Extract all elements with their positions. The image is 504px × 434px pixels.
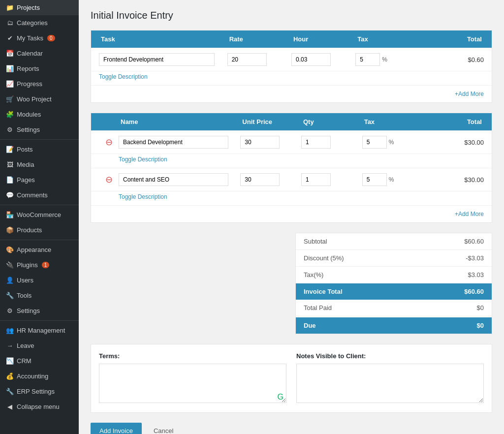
sidebar-item-hr-management[interactable]: 👥 HR Management [0, 323, 79, 338]
sidebar-label-categories: Categories [17, 19, 48, 27]
product-qty-input-0[interactable] [301, 136, 331, 149]
projects-icon: 📁 [6, 4, 14, 11]
sidebar-item-settings[interactable]: ⚙ Settings [0, 303, 79, 318]
sidebar-item-accounting[interactable]: 💰 Accounting [0, 369, 79, 384]
sidebar-label-settings: Settings [17, 307, 40, 314]
sidebar-item-projects[interactable]: 📁 Projects [0, 0, 79, 15]
sidebar-item-posts[interactable]: 📝 Posts [0, 142, 79, 157]
sidebar-item-appearance[interactable]: 🎨 Appearance [0, 242, 79, 257]
sidebar-label-posts: Posts [17, 146, 33, 153]
terms-notes-section: Terms: G Notes Visible to Client: [91, 344, 492, 413]
sidebar-item-erp-settings[interactable]: 🔧 ERP Settings [0, 384, 79, 399]
product-add-more-link[interactable]: +Add More [455, 211, 484, 217]
task-toggle-desc-0[interactable]: Toggle Description [99, 73, 227, 80]
sidebar-label-comments: Comments [17, 191, 48, 199]
product-tax-cell-0: % [362, 136, 423, 149]
product-tax-input-1[interactable] [362, 173, 387, 186]
unit-price-col-header: Unit Price [240, 118, 301, 125]
subtotal-row: Subtotal $60.60 [296, 233, 492, 250]
main-content: Initial Invoice Entry Task Rate Hour Tax… [79, 0, 504, 434]
product-name-input-0[interactable] [119, 136, 228, 149]
crm-icon: 📉 [6, 357, 14, 365]
sidebar-label-appearance: Appearance [17, 246, 51, 253]
subtotal-value: $60.60 [464, 238, 484, 245]
sidebar-item-collapse[interactable]: ◀ Collapse menu [0, 399, 79, 414]
task-row-0: % $0.60 [91, 48, 492, 71]
sidebar-item-plugins[interactable]: 🔌 Plugins 1 [0, 257, 79, 273]
add-invoice-button[interactable]: Add Invoice [91, 423, 142, 434]
sidebar-item-my-tasks[interactable]: ✔ My Tasks 0 [0, 31, 79, 46]
sidebar-item-media[interactable]: 🖼 Media [0, 157, 79, 172]
sidebar-item-settings-woo[interactable]: ⚙ Settings [0, 122, 79, 137]
sidebar-item-categories[interactable]: 🗂 Categories [0, 15, 79, 31]
hour-col-header: Hour [291, 35, 355, 43]
cancel-button[interactable]: Cancel [147, 423, 180, 434]
product-tax-symbol-0: % [389, 139, 394, 146]
sidebar-label-erp-settings: ERP Settings [17, 388, 55, 395]
sidebar-label-projects: Projects [17, 4, 40, 11]
sidebar-item-crm[interactable]: 📉 CRM [0, 353, 79, 369]
product-qty-input-1[interactable] [301, 173, 331, 186]
sidebar-item-tools[interactable]: 🔧 Tools [0, 288, 79, 303]
remove-product-btn-1[interactable]: ⊖ [99, 175, 119, 184]
sidebar-item-calendar[interactable]: 📅 Calendar [0, 46, 79, 61]
product-toggle-desc-0[interactable]: Toggle Description [119, 156, 240, 163]
my-tasks-icon: ✔ [6, 34, 14, 42]
sidebar-item-pages[interactable]: 📄 Pages [0, 172, 79, 187]
sidebar-label-woo-project: Woo Project [17, 95, 52, 103]
sidebar-item-products[interactable]: 📦 Products [0, 222, 79, 238]
product-price-cell-1 [240, 173, 301, 186]
product-qty-cell-1 [301, 173, 362, 186]
terms-textarea-wrapper: G [99, 364, 286, 404]
sidebar-label-hr-management: HR Management [17, 327, 65, 334]
remove-product-btn-0[interactable]: ⊖ [99, 138, 119, 147]
discount-row: Discount (5%) -$3.03 [296, 250, 492, 267]
total-paid-label: Total Paid [304, 304, 332, 311]
task-tax-input-0[interactable] [355, 53, 380, 66]
posts-icon: 📝 [6, 146, 14, 153]
task-rate-cell-0 [227, 53, 291, 66]
woocommerce-icon: 🏪 [6, 211, 14, 218]
progress-icon: 📈 [6, 80, 14, 88]
erp-settings-icon: 🔧 [6, 388, 14, 395]
product-name-input-1[interactable] [119, 173, 228, 186]
sidebar-item-users[interactable]: 👤 Users [0, 273, 79, 288]
product-desc-row-1: Toggle Description [91, 191, 492, 205]
sidebar-label-collapse: Collapse menu [17, 403, 60, 410]
sidebar-item-woocommerce[interactable]: 🏪 WooCommerce [0, 207, 79, 222]
task-desc-row-0: Toggle Description [91, 71, 492, 85]
task-add-more-row: +Add More [91, 85, 492, 102]
product-price-cell-0 [240, 136, 301, 149]
media-icon: 🖼 [6, 161, 14, 168]
subtotal-label: Subtotal [304, 238, 327, 245]
product-tax-cell-1: % [362, 173, 423, 186]
sidebar-divider-4 [0, 320, 79, 321]
task-name-input-0[interactable] [99, 53, 215, 66]
task-table-header: Task Rate Hour Tax Total [91, 31, 492, 48]
product-tax-input-0[interactable] [362, 136, 387, 149]
task-add-more-link[interactable]: +Add More [455, 91, 484, 97]
product-toggle-desc-1[interactable]: Toggle Description [119, 193, 240, 200]
task-rate-input-0[interactable] [227, 53, 267, 66]
notes-textarea[interactable] [296, 364, 484, 403]
notes-textarea-wrapper [296, 364, 484, 404]
appearance-icon: 🎨 [6, 246, 14, 253]
sidebar-label-accounting: Accounting [17, 372, 48, 380]
product-price-input-1[interactable] [240, 173, 280, 186]
sidebar-item-leave[interactable]: → Leave [0, 338, 79, 353]
task-hour-input-0[interactable] [291, 53, 331, 66]
due-value: $0 [477, 322, 484, 329]
terms-label: Terms: [99, 352, 286, 360]
sidebar-item-modules[interactable]: 🧩 Modules [0, 107, 79, 122]
product-total-cell-1: $30.00 [423, 176, 484, 184]
sidebar-item-reports[interactable]: 📊 Reports [0, 61, 79, 76]
terms-textarea[interactable] [99, 364, 286, 403]
task-hour-cell-0 [291, 53, 355, 66]
settings-woo-icon: ⚙ [6, 126, 14, 133]
product-price-input-0[interactable] [240, 136, 280, 149]
discount-label: Discount (5%) [304, 254, 344, 262]
sidebar-item-comments[interactable]: 💬 Comments [0, 187, 79, 203]
sidebar-item-progress[interactable]: 📈 Progress [0, 76, 79, 92]
product-name-cell-0 [119, 136, 240, 149]
sidebar-item-woo-project[interactable]: 🛒 Woo Project [0, 92, 79, 107]
